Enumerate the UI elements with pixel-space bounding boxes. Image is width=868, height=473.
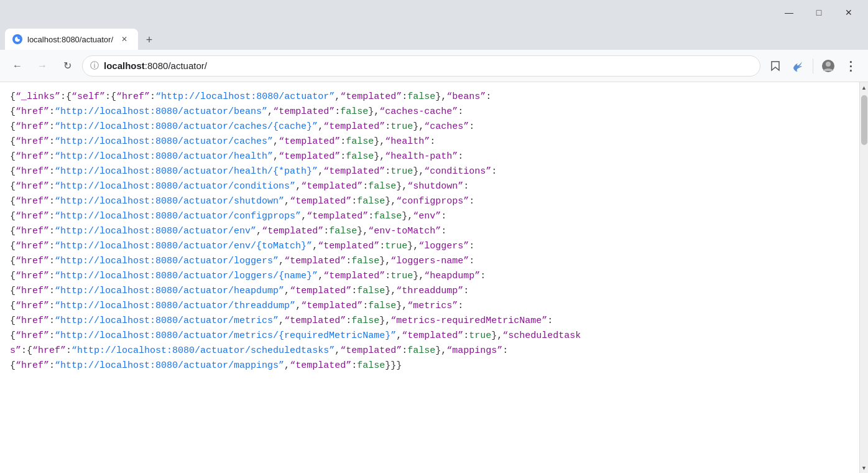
svg-point-4: [826, 62, 831, 67]
bird-extension-button[interactable]: [788, 56, 808, 76]
scroll-thumb[interactable]: [861, 95, 867, 145]
minimize-button[interactable]: —: [775, 2, 803, 22]
bookmark-button[interactable]: [765, 56, 785, 76]
info-icon: ⓘ: [90, 60, 99, 72]
profile-button[interactable]: [818, 56, 838, 76]
address-bar[interactable]: ⓘ localhost:8080/actuator/: [82, 55, 760, 77]
content-area: {“_links”:{“self”:{“href”:“http://localh…: [0, 82, 868, 473]
scroll-track[interactable]: [860, 93, 869, 462]
scroll-up-arrow[interactable]: ▲: [860, 82, 869, 93]
nav-right-icons: ⋮: [765, 56, 861, 76]
navigation-bar: ← → ↻ ⓘ localhost:8080/actuator/ ⋮: [0, 50, 868, 82]
close-button[interactable]: ✕: [834, 2, 863, 22]
tab-favicon: [12, 34, 22, 44]
address-host: localhost: [104, 60, 145, 71]
forward-button[interactable]: →: [32, 56, 52, 76]
reload-button[interactable]: ↻: [57, 56, 77, 76]
maximize-button[interactable]: □: [805, 2, 833, 22]
json-display: {“_links”:{“self”:{“href”:“http://localh…: [0, 82, 859, 473]
menu-button[interactable]: ⋮: [841, 56, 861, 76]
tab-close-button[interactable]: ✕: [118, 33, 131, 45]
tab-title: localhost:8080/actuator/: [27, 35, 113, 44]
json-text: {“_links”:{“self”:{“href”:“http://localh…: [10, 91, 581, 371]
address-path: :8080/actuator/: [145, 60, 207, 71]
window-controls: — □ ✕: [775, 2, 863, 22]
back-button[interactable]: ←: [7, 56, 27, 76]
svg-point-1: [17, 39, 19, 40]
tab-bar: localhost:8080/actuator/ ✕ +: [0, 25, 868, 50]
new-tab-button[interactable]: +: [141, 31, 158, 49]
address-text: localhost:8080/actuator/: [104, 60, 207, 71]
scroll-down-arrow[interactable]: ▼: [860, 462, 869, 473]
title-bar: — □ ✕: [0, 0, 868, 25]
scrollbar[interactable]: ▲ ▼: [859, 82, 868, 473]
svg-marker-2: [772, 62, 779, 70]
separator: [813, 59, 813, 73]
active-tab[interactable]: localhost:8080/actuator/ ✕: [5, 29, 138, 50]
